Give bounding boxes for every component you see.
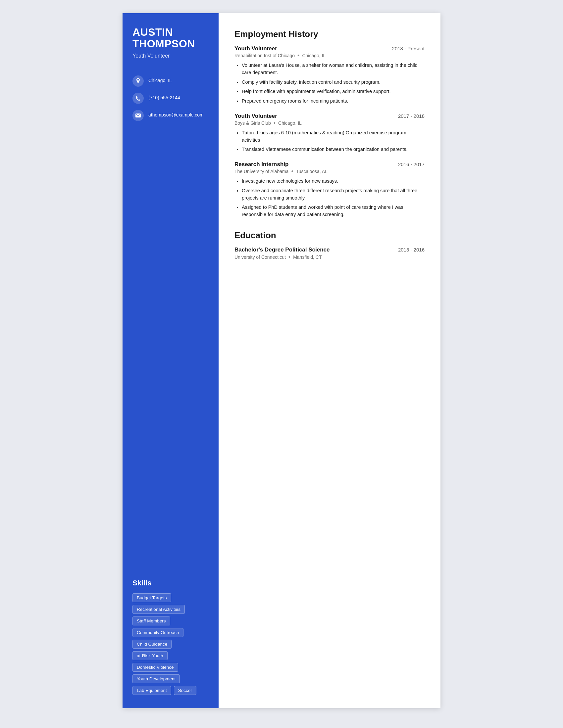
phone-icon	[132, 93, 144, 104]
job-title: Youth Volunteer	[234, 45, 277, 52]
skill-tag: at-Risk Youth	[132, 651, 167, 660]
candidate-name: AUSTIN THOMPSON	[132, 26, 209, 50]
job-title: Research Internship	[234, 161, 289, 168]
job-header: Research Internship2016 - 2017	[234, 161, 425, 168]
education-section: Education Bachelor's Degree Political Sc…	[234, 230, 425, 261]
skill-tag: Child Guidance	[132, 640, 171, 649]
job-sub: The University of Alabama•Tuscaloosa, AL	[234, 168, 425, 174]
job-sub: Rehabilitation Inst of Chicago•Chicago, …	[234, 53, 425, 59]
skill-tag: Lab Equipment	[132, 686, 171, 695]
skill-tag: Staff Members	[132, 616, 170, 625]
edu-sub: University of Connecticut•Mansfield, CT	[234, 254, 425, 261]
employment-section: Employment History Youth Volunteer2018 -…	[234, 29, 425, 218]
bullet-item: Volunteer at Laura's House, a shelter fo…	[242, 62, 425, 76]
skill-tag: Recreational Activities	[132, 605, 185, 614]
job-bullets: Volunteer at Laura's House, a shelter fo…	[234, 62, 425, 105]
edu-school: University of Connecticut	[234, 254, 286, 260]
candidate-title: Youth Volunteer	[132, 53, 209, 59]
job-org: Boys & Girls Club	[234, 120, 271, 126]
resume-container: AUSTIN THOMPSON Youth Volunteer Chicago,…	[122, 13, 441, 708]
job-dates: 2017 - 2018	[398, 113, 425, 119]
edu-degree: Bachelor's Degree Political Science	[234, 247, 330, 253]
bullet-item: Tutored kids ages 6-10 (mathematics & re…	[242, 129, 425, 144]
job-sub: Boys & Girls Club•Chicago, IL	[234, 120, 425, 126]
dot-separator: •	[298, 53, 300, 59]
job-item: Youth Volunteer2017 - 2018Boys & Girls C…	[234, 113, 425, 153]
education-container: Bachelor's Degree Political Science2013 …	[234, 247, 425, 261]
bullet-item: Assigned to PhD students and worked with…	[242, 204, 425, 218]
job-dates: 2018 - Present	[392, 46, 425, 51]
sidebar-header: AUSTIN THOMPSON Youth Volunteer	[132, 26, 209, 59]
education-heading: Education	[234, 230, 425, 241]
skill-tag: Budget Targets	[132, 593, 171, 602]
phone-text: (710) 555-2144	[148, 93, 180, 101]
job-location: Chicago, IL	[302, 53, 326, 58]
phone-contact: (710) 555-2144	[132, 93, 209, 104]
email-icon	[132, 110, 144, 121]
job-location: Tuscaloosa, AL	[296, 169, 328, 174]
sidebar-spacer	[132, 121, 209, 575]
email-contact: athompson@example.com	[132, 110, 209, 121]
email-text: athompson@example.com	[148, 110, 204, 118]
bullet-item: Translated Vietnamese communication betw…	[242, 146, 425, 153]
skill-tag: Soccer	[174, 686, 196, 695]
job-org: Rehabilitation Inst of Chicago	[234, 53, 295, 58]
edu-dates: 2013 - 2016	[398, 247, 425, 252]
bullet-item: Prepared emergency rooms for incoming pa…	[242, 98, 425, 105]
edu-location: Mansfield, CT	[293, 254, 322, 260]
job-bullets: Investigate new technologies for new ass…	[234, 178, 425, 218]
skill-tag: Community Outreach	[132, 628, 183, 637]
bullet-item: Help front office with appointments veri…	[242, 88, 425, 95]
skills-heading: Skills	[132, 579, 209, 587]
location-text: Chicago, IL	[148, 75, 172, 84]
skill-tag: Domestic Violence	[132, 663, 178, 672]
contact-section: Chicago, IL (710) 555-2144 athompson@exa…	[132, 75, 209, 121]
job-header: Youth Volunteer2018 - Present	[234, 45, 425, 52]
job-item: Youth Volunteer2018 - PresentRehabilitat…	[234, 45, 425, 105]
edu-header: Bachelor's Degree Political Science2013 …	[234, 247, 425, 253]
education-item: Bachelor's Degree Political Science2013 …	[234, 247, 425, 261]
location-icon	[132, 75, 144, 87]
bullet-item: Oversee and coordinate three different r…	[242, 187, 425, 202]
dot-separator: •	[273, 120, 275, 126]
dot-separator: •	[291, 168, 293, 174]
job-title: Youth Volunteer	[234, 113, 277, 119]
location-contact: Chicago, IL	[132, 75, 209, 87]
skills-section: Skills Budget TargetsRecreational Activi…	[132, 579, 209, 695]
bullet-item: Comply with facility safety, infection c…	[242, 79, 425, 86]
sidebar: AUSTIN THOMPSON Youth Volunteer Chicago,…	[122, 13, 218, 708]
job-location: Chicago, IL	[278, 120, 302, 126]
employment-heading: Employment History	[234, 29, 425, 39]
job-dates: 2016 - 2017	[398, 161, 425, 167]
job-bullets: Tutored kids ages 6-10 (mathematics & re…	[234, 129, 425, 153]
job-header: Youth Volunteer2017 - 2018	[234, 113, 425, 119]
job-item: Research Internship2016 - 2017The Univer…	[234, 161, 425, 218]
main-content: Employment History Youth Volunteer2018 -…	[218, 13, 441, 708]
dot-separator: •	[289, 254, 291, 261]
skills-tags: Budget TargetsRecreational ActivitiesSta…	[132, 593, 209, 695]
bullet-item: Investigate new technologies for new ass…	[242, 178, 425, 185]
jobs-container: Youth Volunteer2018 - PresentRehabilitat…	[234, 45, 425, 218]
job-org: The University of Alabama	[234, 169, 289, 174]
skill-tag: Youth Development	[132, 674, 180, 683]
